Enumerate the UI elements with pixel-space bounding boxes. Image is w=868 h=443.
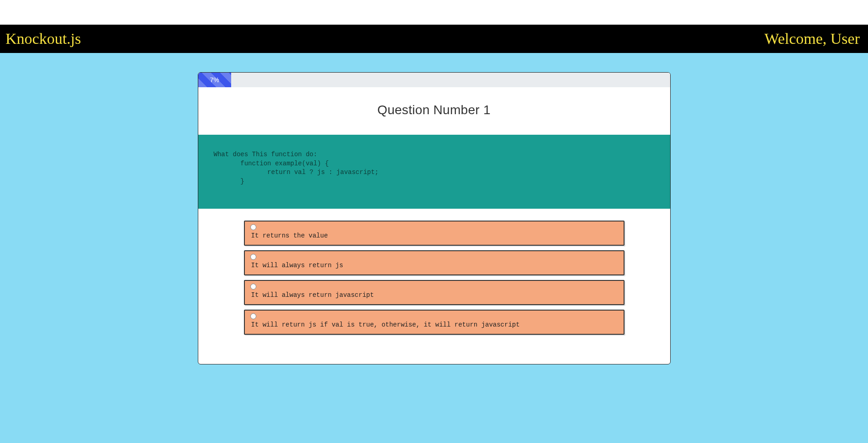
brand-title: Knockout.js: [5, 31, 81, 47]
answer-radio-0[interactable]: [250, 224, 256, 230]
answer-label: It will always return javascript: [250, 291, 618, 299]
answer-radio-1[interactable]: [250, 254, 256, 260]
app-header: Knockout.js Welcome, User: [0, 25, 868, 53]
answer-radio-3[interactable]: [250, 313, 256, 319]
page-background: 7% Question Number 1 What does This func…: [0, 53, 868, 443]
answer-label: It will always return js: [250, 262, 618, 269]
welcome-user: Welcome, User: [764, 31, 860, 47]
answer-option[interactable]: It will always return javascript: [244, 280, 625, 305]
answer-label: It returns the value: [250, 232, 618, 239]
answer-radio-2[interactable]: [250, 284, 256, 290]
quiz-card: 7% Question Number 1 What does This func…: [198, 72, 671, 364]
progress-track: 7%: [198, 73, 670, 87]
answers-container: It returns the value It will always retu…: [198, 209, 670, 348]
answer-label: It will return js if val is true, otherw…: [250, 321, 618, 328]
question-title: Question Number 1: [198, 87, 670, 135]
top-gap: [0, 0, 868, 25]
answer-option[interactable]: It will return js if val is true, otherw…: [244, 310, 625, 335]
progress-bar: 7%: [198, 73, 231, 87]
answer-option[interactable]: It returns the value: [244, 221, 625, 246]
answer-option[interactable]: It will always return js: [244, 250, 625, 275]
question-code-block: What does This function do: function exa…: [198, 135, 670, 209]
